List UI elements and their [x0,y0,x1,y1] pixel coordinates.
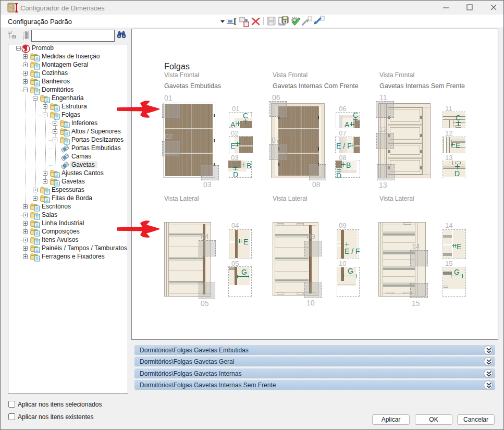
svg-text:<a:: <a: [279,21,285,26]
